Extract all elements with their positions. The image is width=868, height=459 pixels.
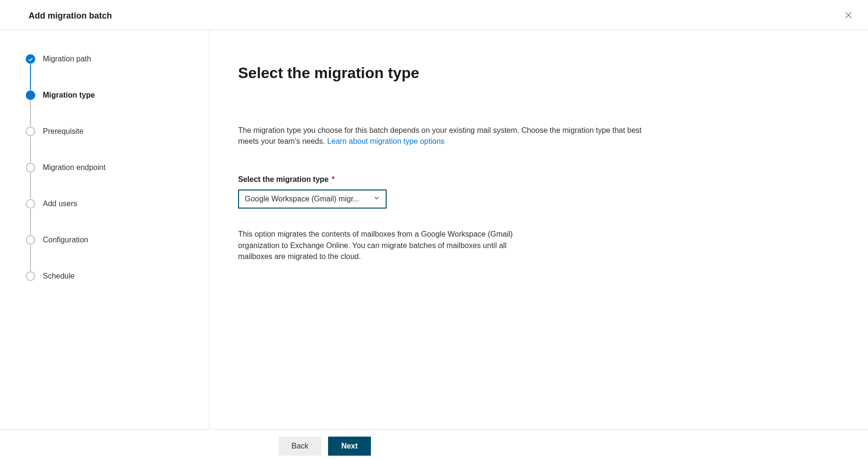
wizard-stepper: Migration path Migration type Prerequisi… <box>0 30 210 429</box>
step-label: Migration type <box>43 91 95 100</box>
wizard-content: Select the migration type The migration … <box>210 30 695 429</box>
step-migration-endpoint[interactable]: Migration endpoint <box>26 162 200 173</box>
step-indicator-pending-icon <box>26 235 35 245</box>
step-add-users[interactable]: Add users <box>26 199 200 209</box>
step-connector <box>30 173 31 199</box>
step-label: Migration endpoint <box>43 163 106 172</box>
select-value: Google Workspace (Gmail) migr... <box>245 195 369 203</box>
step-indicator-completed-icon <box>26 54 35 64</box>
step-connector <box>30 209 31 235</box>
chevron-down-icon <box>373 195 380 203</box>
step-label: Add users <box>43 200 77 208</box>
wizard-header: Add migration batch <box>0 0 868 30</box>
step-schedule[interactable]: Schedule <box>26 271 200 281</box>
close-button[interactable] <box>842 9 855 23</box>
wizard-body: Migration path Migration type Prerequisi… <box>0 30 868 429</box>
next-button[interactable]: Next <box>328 437 371 456</box>
step-connector <box>30 245 31 271</box>
step-migration-type[interactable]: Migration type <box>26 90 200 100</box>
step-indicator-pending-icon <box>26 163 35 172</box>
learn-more-link[interactable]: Learn about migration type options <box>327 137 444 145</box>
step-indicator-pending-icon <box>26 271 35 281</box>
close-icon <box>845 11 852 20</box>
step-prerequisite[interactable]: Prerequisite <box>26 126 200 137</box>
back-button[interactable]: Back <box>279 437 321 456</box>
migration-type-label: Select the migration type * <box>238 175 335 183</box>
step-indicator-pending-icon <box>26 127 35 136</box>
required-asterisk: * <box>332 175 335 183</box>
migration-type-select[interactable]: Google Workspace (Gmail) migr... <box>238 190 387 209</box>
page-heading: Select the migration type <box>238 64 667 82</box>
step-connector <box>30 137 31 162</box>
step-configuration[interactable]: Configuration <box>26 235 200 245</box>
wizard-footer: Back Next <box>0 429 868 459</box>
step-label: Schedule <box>43 272 75 280</box>
step-indicator-current-icon <box>26 90 35 100</box>
migration-type-help-text: This option migrates the contents of mai… <box>238 229 519 262</box>
step-migration-path[interactable]: Migration path <box>26 54 200 64</box>
intro-paragraph: The migration type you choose for this b… <box>238 125 648 147</box>
field-label-text: Select the migration type <box>238 175 329 183</box>
step-label: Configuration <box>43 236 88 244</box>
step-label: Migration path <box>43 55 91 63</box>
wizard-title: Add migration batch <box>29 11 112 21</box>
step-label: Prerequisite <box>43 127 83 136</box>
step-connector <box>30 100 31 126</box>
step-connector <box>30 64 31 90</box>
step-indicator-pending-icon <box>26 199 35 209</box>
migration-type-field: Select the migration type * Google Works… <box>238 175 667 209</box>
